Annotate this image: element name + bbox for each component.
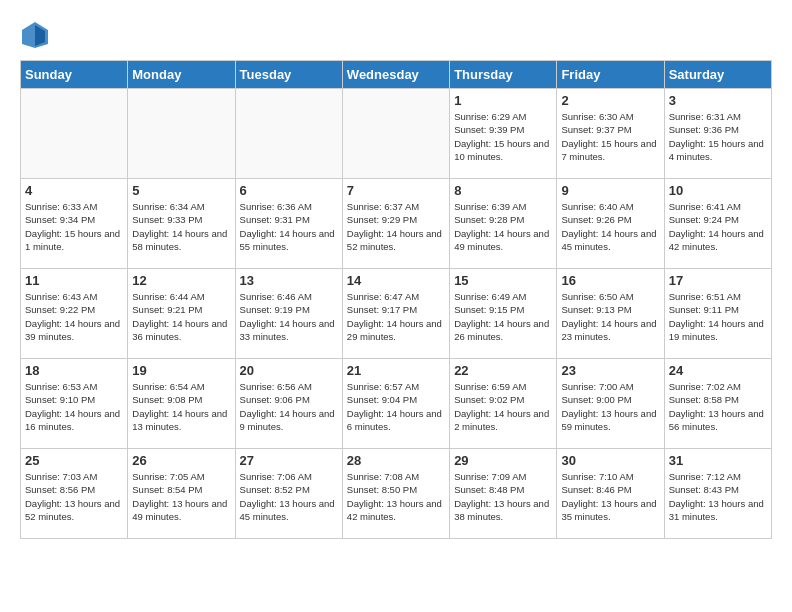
day-number: 23	[561, 363, 659, 378]
day-info: Sunrise: 6:46 AM Sunset: 9:19 PM Dayligh…	[240, 290, 338, 343]
calendar-cell: 7Sunrise: 6:37 AM Sunset: 9:29 PM Daylig…	[342, 179, 449, 269]
calendar-cell: 9Sunrise: 6:40 AM Sunset: 9:26 PM Daylig…	[557, 179, 664, 269]
day-number: 15	[454, 273, 552, 288]
day-number: 28	[347, 453, 445, 468]
calendar-cell: 16Sunrise: 6:50 AM Sunset: 9:13 PM Dayli…	[557, 269, 664, 359]
day-number: 17	[669, 273, 767, 288]
day-info: Sunrise: 6:50 AM Sunset: 9:13 PM Dayligh…	[561, 290, 659, 343]
day-info: Sunrise: 6:39 AM Sunset: 9:28 PM Dayligh…	[454, 200, 552, 253]
day-of-week-header: Friday	[557, 61, 664, 89]
calendar-cell: 4Sunrise: 6:33 AM Sunset: 9:34 PM Daylig…	[21, 179, 128, 269]
calendar-cell: 18Sunrise: 6:53 AM Sunset: 9:10 PM Dayli…	[21, 359, 128, 449]
day-of-week-header: Wednesday	[342, 61, 449, 89]
calendar-cell	[342, 89, 449, 179]
day-number: 4	[25, 183, 123, 198]
day-info: Sunrise: 6:44 AM Sunset: 9:21 PM Dayligh…	[132, 290, 230, 343]
calendar-cell: 27Sunrise: 7:06 AM Sunset: 8:52 PM Dayli…	[235, 449, 342, 539]
calendar-cell: 5Sunrise: 6:34 AM Sunset: 9:33 PM Daylig…	[128, 179, 235, 269]
day-info: Sunrise: 6:29 AM Sunset: 9:39 PM Dayligh…	[454, 110, 552, 163]
day-info: Sunrise: 7:03 AM Sunset: 8:56 PM Dayligh…	[25, 470, 123, 523]
calendar-cell: 2Sunrise: 6:30 AM Sunset: 9:37 PM Daylig…	[557, 89, 664, 179]
day-info: Sunrise: 6:41 AM Sunset: 9:24 PM Dayligh…	[669, 200, 767, 253]
day-info: Sunrise: 6:33 AM Sunset: 9:34 PM Dayligh…	[25, 200, 123, 253]
calendar-cell: 22Sunrise: 6:59 AM Sunset: 9:02 PM Dayli…	[450, 359, 557, 449]
calendar-week-row: 4Sunrise: 6:33 AM Sunset: 9:34 PM Daylig…	[21, 179, 772, 269]
day-info: Sunrise: 6:54 AM Sunset: 9:08 PM Dayligh…	[132, 380, 230, 433]
day-info: Sunrise: 6:40 AM Sunset: 9:26 PM Dayligh…	[561, 200, 659, 253]
calendar-cell: 12Sunrise: 6:44 AM Sunset: 9:21 PM Dayli…	[128, 269, 235, 359]
calendar-cell: 30Sunrise: 7:10 AM Sunset: 8:46 PM Dayli…	[557, 449, 664, 539]
day-info: Sunrise: 6:51 AM Sunset: 9:11 PM Dayligh…	[669, 290, 767, 343]
day-number: 9	[561, 183, 659, 198]
day-number: 3	[669, 93, 767, 108]
day-number: 2	[561, 93, 659, 108]
calendar-cell: 20Sunrise: 6:56 AM Sunset: 9:06 PM Dayli…	[235, 359, 342, 449]
calendar-week-row: 1Sunrise: 6:29 AM Sunset: 9:39 PM Daylig…	[21, 89, 772, 179]
day-info: Sunrise: 6:36 AM Sunset: 9:31 PM Dayligh…	[240, 200, 338, 253]
day-info: Sunrise: 7:09 AM Sunset: 8:48 PM Dayligh…	[454, 470, 552, 523]
day-number: 13	[240, 273, 338, 288]
day-of-week-header: Monday	[128, 61, 235, 89]
calendar-cell: 26Sunrise: 7:05 AM Sunset: 8:54 PM Dayli…	[128, 449, 235, 539]
day-number: 19	[132, 363, 230, 378]
calendar-cell: 21Sunrise: 6:57 AM Sunset: 9:04 PM Dayli…	[342, 359, 449, 449]
day-number: 30	[561, 453, 659, 468]
calendar-cell: 13Sunrise: 6:46 AM Sunset: 9:19 PM Dayli…	[235, 269, 342, 359]
day-number: 26	[132, 453, 230, 468]
day-number: 29	[454, 453, 552, 468]
day-number: 16	[561, 273, 659, 288]
day-number: 20	[240, 363, 338, 378]
day-info: Sunrise: 6:37 AM Sunset: 9:29 PM Dayligh…	[347, 200, 445, 253]
calendar-cell: 28Sunrise: 7:08 AM Sunset: 8:50 PM Dayli…	[342, 449, 449, 539]
page-header	[20, 20, 772, 50]
calendar-week-row: 11Sunrise: 6:43 AM Sunset: 9:22 PM Dayli…	[21, 269, 772, 359]
calendar-week-row: 25Sunrise: 7:03 AM Sunset: 8:56 PM Dayli…	[21, 449, 772, 539]
day-info: Sunrise: 7:05 AM Sunset: 8:54 PM Dayligh…	[132, 470, 230, 523]
calendar-cell: 11Sunrise: 6:43 AM Sunset: 9:22 PM Dayli…	[21, 269, 128, 359]
calendar-cell: 25Sunrise: 7:03 AM Sunset: 8:56 PM Dayli…	[21, 449, 128, 539]
day-number: 11	[25, 273, 123, 288]
day-info: Sunrise: 7:08 AM Sunset: 8:50 PM Dayligh…	[347, 470, 445, 523]
day-number: 31	[669, 453, 767, 468]
calendar-cell	[21, 89, 128, 179]
calendar-cell: 3Sunrise: 6:31 AM Sunset: 9:36 PM Daylig…	[664, 89, 771, 179]
calendar-cell: 19Sunrise: 6:54 AM Sunset: 9:08 PM Dayli…	[128, 359, 235, 449]
calendar-cell: 10Sunrise: 6:41 AM Sunset: 9:24 PM Dayli…	[664, 179, 771, 269]
day-info: Sunrise: 6:53 AM Sunset: 9:10 PM Dayligh…	[25, 380, 123, 433]
day-number: 27	[240, 453, 338, 468]
day-number: 22	[454, 363, 552, 378]
day-number: 12	[132, 273, 230, 288]
day-number: 8	[454, 183, 552, 198]
day-number: 25	[25, 453, 123, 468]
day-of-week-header: Saturday	[664, 61, 771, 89]
day-number: 5	[132, 183, 230, 198]
day-of-week-header: Thursday	[450, 61, 557, 89]
day-info: Sunrise: 6:56 AM Sunset: 9:06 PM Dayligh…	[240, 380, 338, 433]
calendar-cell: 17Sunrise: 6:51 AM Sunset: 9:11 PM Dayli…	[664, 269, 771, 359]
calendar-cell: 29Sunrise: 7:09 AM Sunset: 8:48 PM Dayli…	[450, 449, 557, 539]
logo-icon	[20, 20, 50, 50]
calendar-header-row: SundayMondayTuesdayWednesdayThursdayFrid…	[21, 61, 772, 89]
day-info: Sunrise: 6:30 AM Sunset: 9:37 PM Dayligh…	[561, 110, 659, 163]
calendar-cell: 31Sunrise: 7:12 AM Sunset: 8:43 PM Dayli…	[664, 449, 771, 539]
day-info: Sunrise: 7:00 AM Sunset: 9:00 PM Dayligh…	[561, 380, 659, 433]
day-info: Sunrise: 7:10 AM Sunset: 8:46 PM Dayligh…	[561, 470, 659, 523]
day-info: Sunrise: 6:31 AM Sunset: 9:36 PM Dayligh…	[669, 110, 767, 163]
day-info: Sunrise: 7:02 AM Sunset: 8:58 PM Dayligh…	[669, 380, 767, 433]
day-number: 14	[347, 273, 445, 288]
calendar-table: SundayMondayTuesdayWednesdayThursdayFrid…	[20, 60, 772, 539]
day-number: 1	[454, 93, 552, 108]
day-number: 7	[347, 183, 445, 198]
day-number: 10	[669, 183, 767, 198]
day-info: Sunrise: 6:34 AM Sunset: 9:33 PM Dayligh…	[132, 200, 230, 253]
day-info: Sunrise: 6:59 AM Sunset: 9:02 PM Dayligh…	[454, 380, 552, 433]
day-info: Sunrise: 6:49 AM Sunset: 9:15 PM Dayligh…	[454, 290, 552, 343]
calendar-cell: 23Sunrise: 7:00 AM Sunset: 9:00 PM Dayli…	[557, 359, 664, 449]
day-info: Sunrise: 6:47 AM Sunset: 9:17 PM Dayligh…	[347, 290, 445, 343]
calendar-week-row: 18Sunrise: 6:53 AM Sunset: 9:10 PM Dayli…	[21, 359, 772, 449]
calendar-cell	[235, 89, 342, 179]
calendar-cell: 8Sunrise: 6:39 AM Sunset: 9:28 PM Daylig…	[450, 179, 557, 269]
calendar-cell: 24Sunrise: 7:02 AM Sunset: 8:58 PM Dayli…	[664, 359, 771, 449]
calendar-cell	[128, 89, 235, 179]
logo	[20, 20, 54, 50]
